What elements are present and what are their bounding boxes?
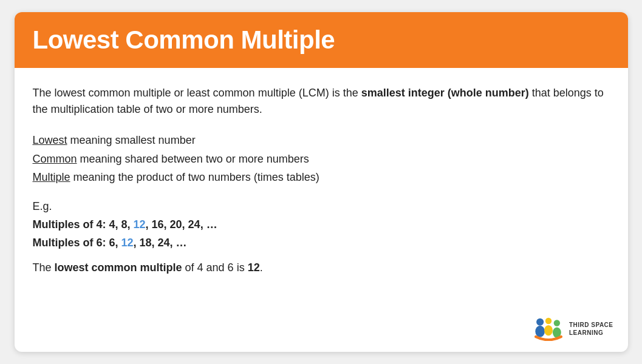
conclusion-start: The xyxy=(33,261,55,274)
example-label: E.g. xyxy=(33,200,610,213)
definition-paragraph: The lowest common multiple or least comm… xyxy=(33,85,610,118)
svg-point-1 xyxy=(535,326,545,337)
conclusion-bold2: 12 xyxy=(248,261,260,274)
content-area: The lowest common multiple or least comm… xyxy=(15,68,628,352)
list-item: Common meaning shared between two or mor… xyxy=(33,150,610,169)
multiples-6-label: Multiples of 6: 6, xyxy=(33,237,121,249)
multiples-4-highlight: 12 xyxy=(134,218,146,231)
multiples-6-highlight: 12 xyxy=(121,237,134,249)
page-title: Lowest Common Multiple xyxy=(33,25,610,55)
term-lowest: Lowest xyxy=(33,134,67,146)
multiples-of-4: Multiples of 4: 4, 8, 12, 16, 20, 24, … xyxy=(33,215,610,234)
card: Lowest Common Multiple The lowest common… xyxy=(15,12,628,352)
logo-brand-line2: LEARNING xyxy=(569,329,603,337)
list-item: Lowest meaning smallest number xyxy=(33,131,610,150)
svg-point-2 xyxy=(545,318,552,324)
logo-area: THIRD SPACE LEARNING xyxy=(533,317,613,341)
multiples-of-6: Multiples of 6: 6, 12, 18, 24, … xyxy=(33,234,610,252)
multiples-4-rest: , 16, 20, 24, … xyxy=(146,218,217,231)
conclusion-end: . xyxy=(260,261,263,274)
svg-point-0 xyxy=(536,318,544,326)
meaning-multiple: meaning the product of two numbers (time… xyxy=(70,171,319,183)
multiples-4-label: Multiples of 4: 4, 8, xyxy=(33,218,134,231)
definition-bold: smallest integer (whole number) xyxy=(361,87,529,99)
header: Lowest Common Multiple xyxy=(15,12,628,68)
conclusion-bold: lowest common multiple xyxy=(55,261,182,274)
term-common: Common xyxy=(33,153,77,165)
svg-point-3 xyxy=(544,325,553,335)
multiples-6-rest: , 18, 24, … xyxy=(134,237,187,249)
svg-point-4 xyxy=(554,320,560,326)
list-item: Multiple meaning the product of two numb… xyxy=(33,168,610,187)
word-meanings-section: Lowest meaning smallest number Common me… xyxy=(33,131,610,187)
logo-text: THIRD SPACE LEARNING xyxy=(569,321,613,337)
tsl-logo-icon xyxy=(533,317,564,341)
meaning-lowest: meaning smallest number xyxy=(67,134,196,146)
logo-brand-line1: THIRD SPACE xyxy=(569,321,613,329)
conclusion-line: The lowest common multiple of 4 and 6 is… xyxy=(33,258,610,277)
conclusion-middle: of 4 and 6 is xyxy=(182,261,248,274)
definition-text-before: The lowest common multiple or least comm… xyxy=(33,87,361,99)
meaning-common: meaning shared between two or more numbe… xyxy=(77,153,309,165)
examples-section: E.g. Multiples of 4: 4, 8, 12, 16, 20, 2… xyxy=(33,200,610,252)
term-multiple: Multiple xyxy=(33,171,70,183)
